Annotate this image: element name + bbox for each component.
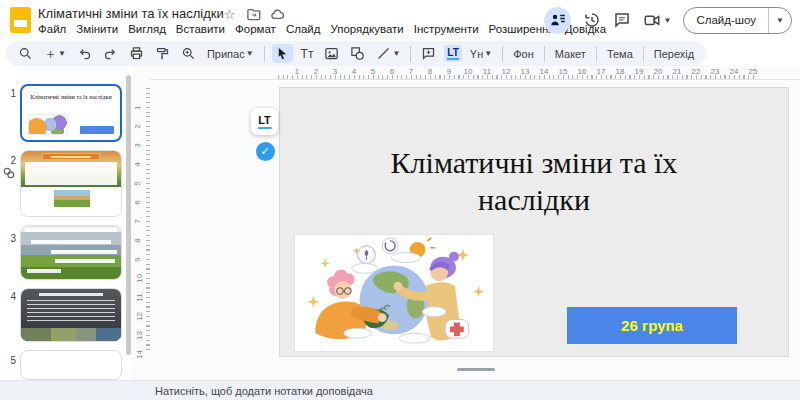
star-icon[interactable]: ☆ <box>222 7 237 22</box>
menu-item-6[interactable]: Слайд <box>281 22 326 36</box>
slide-thumbnail-5[interactable] <box>20 350 122 380</box>
h-ruler-label-25: 25 <box>749 67 758 76</box>
layout-button[interactable]: Макет <box>552 46 589 62</box>
v-ruler-label-4: 4 <box>133 162 142 166</box>
h-ruler-label-1: 1 <box>295 67 299 76</box>
comments-icon[interactable] <box>613 11 631 29</box>
insert-image-button[interactable] <box>321 44 342 63</box>
redo-button[interactable] <box>100 44 121 63</box>
v-ruler-label-13: 13 <box>135 331 144 340</box>
chevron-down-icon: ▼ <box>663 16 671 25</box>
v-ruler-label-11: 11 <box>135 293 144 301</box>
background-button[interactable]: Фон <box>510 46 537 62</box>
thumb4-title-line <box>39 293 103 296</box>
insert-line-dropdown[interactable]: ▼ <box>373 44 403 63</box>
theme-button[interactable]: Тема <box>604 46 636 62</box>
version-history-icon[interactable] <box>583 11 601 29</box>
slide-number-4[interactable]: 4 <box>2 291 16 302</box>
move-folder-icon[interactable] <box>246 7 261 22</box>
thumb3-text-chip <box>31 240 111 244</box>
search-menus-button[interactable] <box>15 44 36 63</box>
zoom-button[interactable] <box>178 44 199 63</box>
cloud-status-icon[interactable] <box>270 7 285 22</box>
layout-label: Макет <box>555 48 586 60</box>
meet-button[interactable]: ▼ <box>643 11 671 29</box>
thumb3-text-chip <box>25 228 117 232</box>
languagetool-button[interactable]: LT <box>444 45 461 62</box>
h-ruler-label-18: 18 <box>616 67 625 76</box>
menu-item-3[interactable]: Вигляд <box>123 22 171 36</box>
menu-item-8[interactable]: Інструменти <box>409 22 484 36</box>
slide-illustration[interactable] <box>294 234 494 352</box>
menu-item-4[interactable]: Вставити <box>171 22 230 36</box>
presenter-view-button[interactable] <box>544 7 571 34</box>
language-label: Yн <box>470 48 483 60</box>
paint-format-button[interactable] <box>152 44 173 63</box>
slide-number-5[interactable]: 5 <box>2 355 16 366</box>
h-ruler-label-15: 15 <box>559 67 568 76</box>
thumb2-image <box>54 190 90 207</box>
transition-button[interactable]: Перехід <box>651 46 697 62</box>
h-ruler-label-10: 10 <box>464 67 473 76</box>
languagetool-label: LT <box>447 47 458 60</box>
slide-thumbnail-2[interactable] <box>20 150 122 217</box>
filmstrip-scrollbar[interactable] <box>126 75 131 355</box>
earth-care-illustration <box>295 235 493 351</box>
camera-icon <box>643 11 661 29</box>
language-dropdown[interactable]: Yн▼ <box>467 46 495 62</box>
vertical-ruler: 1234567891011121314 <box>133 80 150 380</box>
menu-item-7[interactable]: Упорядкувати <box>325 22 408 36</box>
v-ruler-label-9: 9 <box>133 257 142 261</box>
header-actions: ▼ Слайд-шоу ▼ <box>544 5 792 35</box>
slide-number-3[interactable]: 3 <box>2 233 16 244</box>
group-label-box[interactable]: 26 група <box>567 307 737 344</box>
fit-zoom-dropdown[interactable]: Припас▼ <box>204 46 257 62</box>
thumb3-text-chip <box>51 250 117 254</box>
slide-number-2[interactable]: 2 <box>2 155 16 166</box>
languagetool-check-icon[interactable]: ✓ <box>256 142 275 161</box>
thumb1-button <box>80 126 114 134</box>
thumb1-title: Кліматичні зміни та їх наслідки <box>22 94 120 101</box>
doc-title[interactable]: Кліматичні зміни та їх наслідки <box>38 6 224 21</box>
slide-canvas[interactable]: Кліматичні зміни та їх наслідки <box>280 88 788 356</box>
insert-comment-button[interactable] <box>418 44 439 63</box>
menu-item-5[interactable]: Формат <box>230 22 281 36</box>
menu-item-1[interactable]: Файл <box>33 22 71 36</box>
h-ruler-label-20: 20 <box>654 67 663 76</box>
slide-number-1[interactable]: 1 <box>2 88 16 99</box>
text-box-label: Tт <box>301 47 314 61</box>
text-box-button[interactable]: Tт <box>298 45 317 63</box>
thumb3-photo <box>21 226 121 279</box>
slide-thumbnail-4[interactable] <box>20 288 122 342</box>
insert-shape-button[interactable] <box>347 44 368 63</box>
slides-logo[interactable] <box>10 7 31 33</box>
undo-button[interactable] <box>74 44 95 63</box>
thumb2-lower <box>21 187 121 216</box>
h-ruler-label-11: 11 <box>483 67 491 76</box>
h-ruler-label-5: 5 <box>371 67 375 76</box>
speaker-notes-panel[interactable]: Натисніть, щоб додати нотатки доповідача <box>0 380 800 400</box>
transition-label: Перехід <box>654 48 694 60</box>
h-ruler-label-23: 23 <box>711 67 720 76</box>
notes-resize-handle[interactable] <box>457 368 495 371</box>
h-ruler-label-17: 17 <box>597 67 606 76</box>
languagetool-badge-label: LT <box>258 115 271 126</box>
h-ruler-label-22: 22 <box>692 67 701 76</box>
slide-title[interactable]: Кліматичні зміни та їх наслідки <box>344 144 724 218</box>
google-slides-app: Кліматичні зміни та їх наслідки ☆ ФайлЗм… <box>0 0 800 400</box>
print-button[interactable] <box>126 44 147 63</box>
menu-item-2[interactable]: Змінити <box>71 22 123 36</box>
new-slide-button[interactable]: ＋▼ <box>41 44 69 63</box>
v-ruler-label-6: 6 <box>133 200 142 204</box>
slide-thumbnail-3[interactable] <box>20 225 122 280</box>
slide-thumbnail-1[interactable]: Кліматичні зміни та їх наслідки <box>20 84 122 142</box>
slideshow-label[interactable]: Слайд-шоу <box>684 8 768 33</box>
v-ruler-label-3: 3 <box>133 143 142 147</box>
slideshow-button[interactable]: Слайд-шоу ▼ <box>683 7 792 34</box>
h-ruler-label-16: 16 <box>578 67 587 76</box>
languagetool-badge[interactable]: LT <box>251 108 278 135</box>
slideshow-chevron-down-icon[interactable]: ▼ <box>769 8 791 33</box>
languagetool-widget: LT ✓ <box>251 108 279 161</box>
select-tool-button[interactable] <box>272 44 293 63</box>
thumb3-text-chip <box>55 259 115 263</box>
